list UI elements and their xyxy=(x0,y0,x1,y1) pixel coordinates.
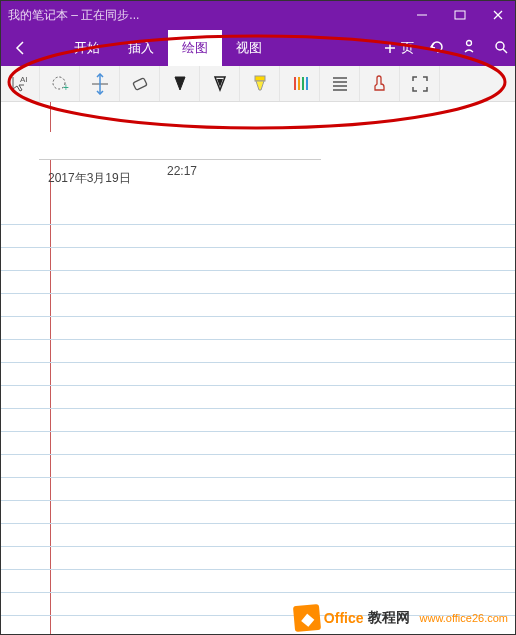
ribbon: 开始 插入 绘图 视图 页 xyxy=(0,30,516,66)
watermark-brand1: Office xyxy=(324,610,364,626)
back-button[interactable] xyxy=(0,30,40,66)
tab-start[interactable]: 开始 xyxy=(60,30,114,66)
tab-view[interactable]: 视图 xyxy=(222,30,276,66)
svg-text:AI: AI xyxy=(20,75,28,84)
ribbon-tabs: 开始 插入 绘图 视图 xyxy=(60,30,276,66)
page-title-input[interactable] xyxy=(39,132,321,160)
svg-rect-15 xyxy=(255,76,265,81)
tab-draw[interactable]: 绘图 xyxy=(168,30,222,66)
note-canvas[interactable]: 2017年3月19日 22:17 xyxy=(0,102,516,635)
watermark: ◆ Office教程网 www.office26.com xyxy=(294,605,508,631)
svg-text:+: + xyxy=(63,82,69,93)
insert-space-tool[interactable] xyxy=(80,66,120,101)
svg-rect-1 xyxy=(455,11,465,19)
search-button[interactable] xyxy=(492,38,510,59)
window-title: 我的笔记本 – 正在同步... xyxy=(8,7,412,24)
color-pens-tool[interactable] xyxy=(280,66,320,101)
lasso-select-tool[interactable]: + xyxy=(40,66,80,101)
close-button[interactable] xyxy=(488,5,508,25)
add-page-label: 页 xyxy=(401,39,414,57)
touch-mode-tool[interactable] xyxy=(360,66,400,101)
fullscreen-tool[interactable] xyxy=(400,66,440,101)
watermark-icon: ◆ xyxy=(293,604,321,632)
share-button[interactable] xyxy=(460,38,478,59)
draw-toolbar: AI + xyxy=(0,66,516,102)
maximize-button[interactable] xyxy=(450,5,470,25)
svg-point-6 xyxy=(467,40,472,45)
watermark-url: www.office26.com xyxy=(420,612,508,624)
text-select-tool[interactable]: AI xyxy=(0,66,40,101)
window-controls xyxy=(412,5,508,25)
note-time: 22:17 xyxy=(167,164,197,178)
minimize-button[interactable] xyxy=(412,5,432,25)
pen-black-tool[interactable] xyxy=(160,66,200,101)
ribbon-right-controls: 页 xyxy=(383,38,510,59)
titlebar: 我的笔记本 – 正在同步... xyxy=(0,0,516,30)
undo-button[interactable] xyxy=(428,38,446,59)
pen-outline-tool[interactable] xyxy=(200,66,240,101)
eraser-tool[interactable] xyxy=(120,66,160,101)
tab-insert[interactable]: 插入 xyxy=(114,30,168,66)
svg-point-7 xyxy=(496,42,504,50)
svg-rect-14 xyxy=(132,77,146,89)
watermark-brand2: 教程网 xyxy=(368,609,410,627)
highlighter-tool[interactable] xyxy=(240,66,280,101)
note-date: 2017年3月19日 xyxy=(48,170,131,187)
ruled-lines-tool[interactable] xyxy=(320,66,360,101)
add-page-button[interactable]: 页 xyxy=(383,39,414,57)
ruled-lines-bg xyxy=(0,202,516,635)
svg-line-8 xyxy=(503,49,507,53)
